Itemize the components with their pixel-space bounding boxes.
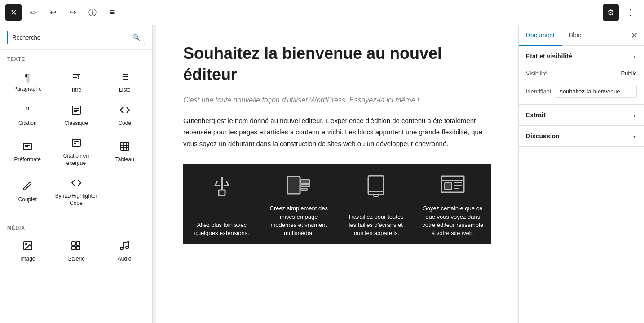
feature-card-4[interactable]: Soyez certain·e que ce que vous voyez da…	[415, 164, 492, 244]
svg-rect-16	[121, 142, 129, 150]
svg-rect-31	[301, 180, 310, 183]
right-panel: Document Bloc ✕ État et visibilité Visib…	[518, 25, 644, 323]
feature-card-3-icon	[365, 174, 387, 203]
search-box: 🔍	[7, 31, 145, 44]
block-item-couplet[interactable]: Couplet	[4, 171, 51, 211]
visibility-label: Visibilité	[526, 70, 547, 77]
block-label-image: Image	[20, 256, 35, 263]
feature-card-2[interactable]: Créez simplement des mises en page moder…	[260, 164, 338, 244]
more-options-button[interactable]: ⋮	[622, 4, 639, 21]
post-subtitle[interactable]: C'est une toute nouvelle façon d'utilise…	[183, 96, 491, 104]
feature-card-3-text: Travaillez pour toutes les tailles d'écr…	[344, 213, 407, 238]
block-label-titre: Titre	[71, 87, 82, 94]
etat-toggle-icon	[632, 52, 637, 60]
svg-rect-26	[76, 246, 80, 250]
panel-section-etat: État et visibilité Visibilité Public Ide…	[519, 46, 644, 105]
block-label-preformate: Préformaté	[14, 156, 41, 164]
galerie-icon	[71, 240, 81, 253]
tab-bloc[interactable]: Bloc	[562, 25, 588, 46]
post-title[interactable]: Souhaitez la bienvenue au nouvel éditeur	[183, 43, 491, 85]
extrait-section-header[interactable]: Extrait	[519, 105, 644, 125]
block-item-citation[interactable]: " Citation	[4, 98, 51, 132]
feature-card-3[interactable]: Travaillez pour toutes les tailles d'écr…	[337, 164, 415, 244]
search-icon[interactable]: 🔍	[132, 34, 140, 41]
block-item-galerie[interactable]: Galerie	[52, 234, 101, 267]
toolbar-right: ⚙ ⋮	[603, 4, 639, 21]
search-input[interactable]	[12, 34, 129, 41]
redo-button[interactable]: ↪	[65, 4, 81, 21]
block-item-paragraphe[interactable]: ¶ Paragraphe	[4, 65, 51, 98]
identifier-input[interactable]	[555, 85, 637, 98]
top-toolbar: ✕ ✏ ↩ ↪ ⓘ ≡ ⚙ ⋮	[0, 0, 644, 25]
close-button[interactable]: ✕	[5, 4, 22, 21]
discussion-section-title: Discussion	[526, 133, 560, 140]
svg-rect-32	[301, 185, 310, 187]
panel-section-extrait: Extrait	[519, 105, 644, 126]
visibility-value: Public	[621, 70, 637, 77]
text-blocks-grid: ¶ Paragraphe Titre Liste " Citation	[0, 65, 152, 219]
tab-document[interactable]: Document	[519, 25, 562, 46]
block-label-liste: Liste	[119, 87, 130, 94]
block-label-paragraphe: Paragraphe	[13, 86, 42, 93]
settings-button[interactable]: ⚙	[603, 4, 619, 21]
svg-rect-33	[301, 188, 307, 190]
citation-icon: "	[25, 105, 30, 117]
feature-card-4-icon	[439, 174, 466, 201]
block-label-citation-exergue: Citation en exergue	[55, 153, 97, 167]
feature-card-1[interactable]: Allez plus loin avec quelques extensions…	[183, 164, 260, 244]
panel-section-discussion: Discussion	[519, 126, 644, 147]
block-label-tableau: Tableau	[115, 156, 134, 164]
block-item-image[interactable]: Image	[4, 234, 52, 267]
preformate-icon	[22, 141, 33, 154]
feature-card-2-icon	[285, 174, 312, 201]
couplet-icon	[22, 181, 33, 194]
titre-icon	[71, 72, 82, 84]
etat-section-header[interactable]: État et visibilité	[519, 46, 644, 66]
svg-rect-29	[219, 190, 225, 195]
undo-button[interactable]: ↩	[45, 4, 61, 21]
block-item-audio[interactable]: Audio	[100, 234, 149, 267]
etat-section-title: État et visibilité	[526, 53, 572, 60]
image-icon	[22, 240, 33, 253]
discussion-section-header[interactable]: Discussion	[519, 126, 644, 146]
block-inserter-sidebar: 🔍 TEXTE ¶ Paragraphe Titre	[0, 25, 153, 323]
section-label-media: MÉDIA	[0, 219, 152, 234]
syntaxhighlighter-icon	[71, 177, 82, 190]
paragraph-icon: ¶	[25, 72, 31, 83]
edit-button[interactable]: ✏	[25, 4, 41, 21]
block-item-syntaxhighlighter[interactable]: SyntaxHighlighter Code	[51, 171, 101, 211]
svg-point-22	[26, 243, 27, 245]
svg-rect-39	[445, 183, 452, 190]
visibility-row: Visibilité Public	[519, 66, 644, 83]
block-item-titre[interactable]: Titre	[51, 65, 101, 98]
block-label-galerie: Galerie	[67, 256, 85, 263]
block-item-tableau[interactable]: Tableau	[101, 131, 149, 171]
block-item-code[interactable]: Code	[101, 98, 149, 132]
block-item-citation-exergue[interactable]: Citation en exergue	[51, 131, 101, 171]
toolbar-left: ✕ ✏ ↩ ↪ ⓘ ≡	[5, 4, 120, 21]
feature-cards-grid: Allez plus loin avec quelques extensions…	[183, 164, 491, 244]
sidebar-scrollbar[interactable]	[153, 25, 156, 323]
post-body[interactable]: Gutenberg est le nom donné au nouvel édi…	[183, 115, 491, 150]
panel-tabs: Document Bloc ✕	[519, 25, 644, 46]
svg-rect-23	[72, 242, 75, 245]
block-item-preformate[interactable]: Préformaté	[4, 131, 51, 171]
audio-icon	[119, 240, 130, 253]
classique-icon	[71, 105, 82, 117]
panel-close-button[interactable]: ✕	[625, 27, 644, 44]
info-button[interactable]: ⓘ	[84, 4, 101, 21]
feature-card-1-icon	[211, 174, 233, 205]
block-label-classique: Classique	[64, 120, 88, 127]
search-area: 🔍	[0, 25, 152, 50]
list-view-button[interactable]: ≡	[104, 4, 120, 21]
block-item-liste[interactable]: Liste	[101, 65, 149, 98]
block-item-classique[interactable]: Classique	[51, 98, 101, 132]
content-area: Souhaitez la bienvenue au nouvel éditeur…	[156, 25, 518, 323]
feature-card-4-text: Soyez certain·e que ce que vous voyez da…	[422, 204, 485, 237]
code-icon	[119, 105, 130, 117]
block-label-audio: Audio	[118, 256, 132, 263]
liste-icon	[119, 71, 130, 84]
svg-rect-25	[72, 246, 75, 250]
svg-point-28	[126, 246, 128, 249]
media-blocks-grid: Image Galerie Audio	[0, 234, 152, 274]
